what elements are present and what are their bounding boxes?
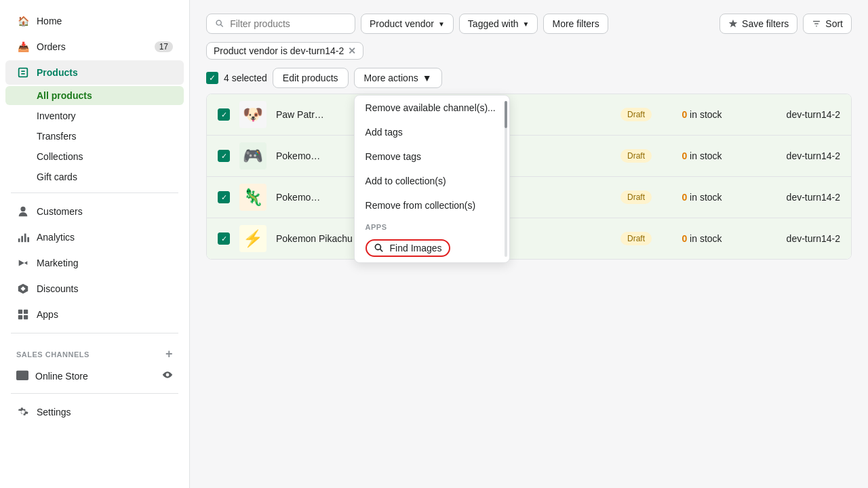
svg-rect-3 [27, 237, 29, 242]
row-checkbox-2[interactable]: ✓ [218, 150, 230, 162]
home-icon: 🏠 [16, 14, 30, 28]
sidebar-sub-item-transfers[interactable]: Transfers [5, 127, 184, 146]
row-checkbox-4[interactable]: ✓ [218, 232, 230, 245]
orders-badge: 17 [155, 41, 173, 52]
sidebar-item-marketing[interactable]: Marketing [5, 251, 184, 275]
sidebar-sub-item-collections[interactable]: Collections [5, 147, 184, 166]
apps-icon [16, 308, 30, 321]
sidebar-item-products[interactable]: Products [5, 60, 184, 85]
tagged-with-filter-button[interactable]: Tagged with ▼ [459, 14, 538, 34]
product-vendor-2: dev-turn14-2 [752, 150, 840, 161]
sidebar-item-products-label: Products [37, 67, 78, 78]
add-sales-channel-button[interactable]: + [165, 347, 173, 361]
filter-bar: Product vendor ▼ Tagged with ▼ More filt… [206, 14, 852, 34]
search-box[interactable] [206, 14, 355, 34]
find-images-icon [374, 243, 384, 253]
search-input[interactable] [230, 18, 347, 29]
sidebar-item-analytics-label: Analytics [37, 232, 75, 243]
sidebar-divider-2 [11, 333, 178, 333]
bulk-actions-bar: ✓ 4 selected Edit products More actions … [206, 68, 852, 88]
dropdown-scrollbar-thumb [505, 101, 507, 128]
svg-rect-7 [24, 315, 28, 319]
more-filters-button[interactable]: More filters [543, 14, 608, 34]
sidebar-item-apps-label: Apps [37, 309, 58, 320]
product-thumb-4: ⚡ [239, 225, 267, 252]
sidebar: 🏠 Home 📥 Orders 17 Products All products… [0, 0, 190, 488]
product-vendor-filter-button[interactable]: Product vendor ▼ [361, 14, 454, 34]
sidebar-item-settings[interactable]: Settings [5, 400, 184, 424]
search-icon [215, 18, 224, 29]
selected-count: 4 selected [224, 73, 267, 83]
sidebar-sub-item-all-products[interactable]: All products [5, 86, 184, 105]
table-row[interactable]: ✓ 🐶 Paw Patr… Draft 0 in stock dev-turn1… [207, 94, 851, 136]
sidebar-item-settings-label: Settings [37, 407, 71, 418]
dropdown-item-add-collection[interactable]: Add to collection(s) [355, 169, 509, 193]
sidebar-item-discounts-label: Discounts [37, 283, 78, 294]
svg-rect-4 [18, 310, 22, 314]
sidebar-sub-item-inventory[interactable]: Inventory [5, 106, 184, 125]
table-row[interactable]: ✓ 🎮 Pokemo… Draft 0 in stock dev-turn14-… [207, 136, 851, 177]
orders-icon: 📥 [16, 40, 30, 54]
product-vendor-1: dev-turn14-2 [752, 109, 840, 120]
more-actions-container: More actions ▼ Remove available channel(… [354, 68, 442, 88]
svg-rect-6 [18, 315, 22, 319]
dropdown-item-remove-collection[interactable]: Remove from collection(s) [355, 193, 509, 218]
online-store-eye-icon[interactable] [162, 369, 173, 382]
find-images-label: Find Images [390, 243, 442, 253]
dropdown-scrollbar[interactable] [505, 101, 507, 257]
products-icon [16, 66, 30, 79]
dropdown-item-remove-tags[interactable]: Remove tags [355, 144, 509, 169]
sidebar-item-marketing-label: Marketing [37, 258, 78, 268]
row-checkbox-3[interactable]: ✓ [218, 191, 230, 203]
product-stock-4: 0 in stock [661, 233, 743, 244]
sidebar-item-apps[interactable]: Apps [5, 302, 184, 327]
select-all-checkbox[interactable]: ✓ [206, 72, 218, 84]
tagged-with-chevron-icon: ▼ [523, 20, 530, 28]
product-stock-2: 0 in stock [661, 150, 743, 161]
svg-rect-5 [24, 310, 28, 314]
sidebar-item-home[interactable]: 🏠 Home [5, 9, 184, 33]
active-filter-text: Product vendor is dev-turn14-2 [214, 45, 344, 56]
table-row[interactable]: ✓ 🦎 Pokemo… Draft 0 in stock dev-turn14-… [207, 177, 851, 218]
svg-rect-1 [21, 236, 23, 242]
dropdown-item-remove-channels[interactable]: Remove available channel(s)... [355, 96, 509, 120]
sidebar-item-analytics[interactable]: Analytics [5, 225, 184, 249]
marketing-icon [16, 256, 30, 270]
online-store-label: Online Store [35, 371, 88, 382]
edit-products-button[interactable]: Edit products [273, 68, 349, 88]
active-filter-tag: Product vendor is dev-turn14-2 ✕ [206, 42, 363, 60]
apps-section-label: APPS [355, 218, 509, 234]
remove-filter-button[interactable]: ✕ [348, 45, 356, 56]
sidebar-sub-item-gift-cards[interactable]: Gift cards [5, 167, 184, 186]
sales-channels-label: SALES CHANNELS + [5, 339, 184, 364]
svg-rect-0 [18, 239, 20, 242]
star-icon [728, 19, 738, 28]
product-thumb-3: 🦎 [239, 184, 267, 211]
sort-icon [812, 19, 821, 28]
sort-button[interactable]: Sort [803, 14, 852, 34]
discounts-icon [16, 282, 30, 296]
content-area: Product vendor ▼ Tagged with ▼ More filt… [190, 0, 868, 488]
save-filters-button[interactable]: Save filters [719, 14, 797, 34]
settings-icon [16, 405, 30, 419]
dropdown-item-find-images[interactable]: Find Images [355, 234, 509, 262]
sidebar-item-online-store[interactable]: Online Store [5, 365, 184, 387]
product-status-2: Draft [620, 149, 652, 163]
more-actions-button[interactable]: More actions ▼ [354, 68, 442, 88]
product-thumb-2: 🎮 [239, 142, 267, 169]
online-store-icon [16, 369, 28, 383]
sidebar-item-orders[interactable]: 📥 Orders 17 [5, 35, 184, 59]
more-actions-dropdown: Remove available channel(s)... Add tags … [354, 95, 510, 263]
row-checkbox-1[interactable]: ✓ [218, 108, 230, 121]
sidebar-divider-3 [11, 393, 178, 394]
sidebar-item-orders-label: Orders [37, 41, 66, 52]
product-vendor-3: dev-turn14-2 [752, 192, 840, 203]
dropdown-item-add-tags[interactable]: Add tags [355, 120, 509, 144]
sidebar-item-home-label: Home [37, 16, 62, 26]
sidebar-item-discounts[interactable]: Discounts [5, 277, 184, 301]
sidebar-divider-1 [11, 192, 178, 193]
table-row[interactable]: ✓ ⚡ Pokemon Pikachu Draft 0 in stock dev… [207, 218, 851, 259]
product-status-1: Draft [620, 108, 652, 121]
product-status-4: Draft [620, 232, 652, 245]
sidebar-item-customers[interactable]: Customers [5, 199, 184, 224]
